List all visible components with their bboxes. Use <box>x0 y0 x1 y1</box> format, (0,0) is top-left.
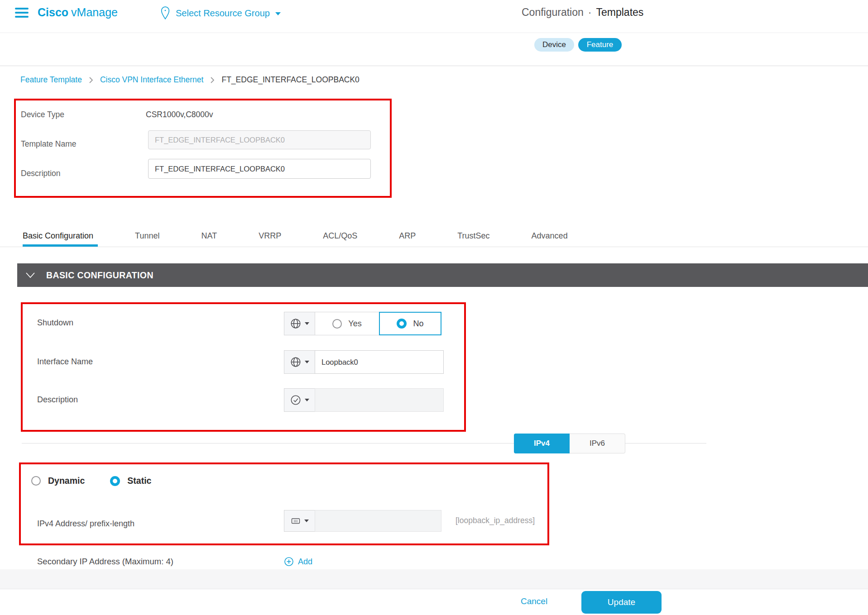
tab-nat[interactable]: NAT <box>201 225 217 247</box>
interface-description-label: Description <box>37 395 78 405</box>
tab-acl-qos[interactable]: ACL/QoS <box>323 225 357 247</box>
title-separator: · <box>588 6 592 19</box>
annotation-box-ipv4 <box>19 462 549 545</box>
chevron-down-icon <box>275 12 281 15</box>
caret-down-icon <box>305 322 309 325</box>
device-variable-icon <box>290 515 301 526</box>
tab-basic-configuration[interactable]: Basic Configuration <box>23 225 93 247</box>
ipv4-mode-static[interactable]: Static <box>110 476 151 486</box>
template-name-input[interactable] <box>148 130 371 149</box>
ipv4-address-control <box>284 510 441 532</box>
tabs-divider <box>0 247 868 247</box>
tab-trustsec[interactable]: TrustSec <box>457 225 489 247</box>
interface-name-label: Interface Name <box>37 357 93 367</box>
tab-device-pill[interactable]: Device <box>534 38 574 52</box>
header-divider <box>0 33 868 33</box>
plus-circle-icon <box>284 557 294 567</box>
radio-selected-icon <box>397 319 407 329</box>
basic-configuration-section-header[interactable]: BASIC CONFIGURATION <box>17 263 868 287</box>
section-title: BASIC CONFIGURATION <box>46 270 153 281</box>
chevron-right-icon <box>210 77 215 83</box>
vmanage-app: CiscovManage Select Resource Group Confi… <box>0 0 868 615</box>
breadcrumb-feature-template[interactable]: Feature Template <box>20 75 82 85</box>
interface-description-input[interactable] <box>315 388 444 412</box>
dynamic-label: Dynamic <box>48 476 85 486</box>
secondary-ip-label: Secondary IP Address (Maximum: 4) <box>37 557 173 567</box>
caret-down-icon <box>305 361 309 363</box>
breadcrumb: Feature Template Cisco VPN Interface Eth… <box>20 75 360 85</box>
page-title: Configuration · Templates <box>522 6 643 19</box>
device-type-value: CSR1000v,C8000v <box>146 110 213 119</box>
footer-separator-band <box>0 569 868 589</box>
interface-name-control <box>284 350 444 374</box>
update-button[interactable]: Update <box>581 591 662 614</box>
ipv4-address-scope-dropdown[interactable] <box>284 510 315 532</box>
tab-ipv4[interactable]: IPv4 <box>514 434 570 453</box>
subheader-divider <box>0 66 868 66</box>
template-description-input[interactable] <box>148 159 371 179</box>
collapse-chevron-icon <box>25 272 35 278</box>
add-label: Add <box>298 557 312 567</box>
ip-version-toggle: IPv4 IPv6 <box>514 434 625 453</box>
tab-arp[interactable]: ARP <box>399 225 416 247</box>
shutdown-control: Yes No <box>284 312 441 335</box>
shutdown-option-yes[interactable]: Yes <box>315 312 379 335</box>
ipv4-mode-dynamic[interactable]: Dynamic <box>31 476 85 486</box>
ipv4-address-label: IPv4 Address/ prefix-length <box>37 519 134 529</box>
breadcrumb-current-template: FT_EDGE_INTERFACE_LOOPBACK0 <box>221 75 359 85</box>
interface-name-input[interactable] <box>315 350 444 374</box>
device-type-label: Device Type <box>21 110 64 119</box>
interface-name-scope-dropdown[interactable] <box>284 350 315 374</box>
description-label: Description <box>21 169 61 178</box>
radio-selected-icon <box>110 476 120 486</box>
radio-unselected-icon <box>332 319 342 329</box>
tab-ipv6[interactable]: IPv6 <box>570 434 625 453</box>
brand-vmanage: vManage <box>71 6 118 19</box>
static-label: Static <box>127 476 151 486</box>
shutdown-scope-dropdown[interactable] <box>284 312 315 335</box>
feature-tabs: Basic Configuration Tunnel NAT VRRP ACL/… <box>23 225 568 247</box>
ipv4-mode-radios: Dynamic Static <box>31 476 151 486</box>
globe-icon <box>290 318 302 329</box>
tab-feature-pill[interactable]: Feature <box>578 38 622 52</box>
location-pin-icon <box>159 6 171 20</box>
menu-hamburger-icon[interactable] <box>15 8 29 20</box>
add-secondary-ip-button[interactable]: Add <box>284 557 312 567</box>
ipv4-address-variable-hint: [loopback_ip_address] <box>456 516 535 525</box>
check-circle-icon <box>290 394 302 406</box>
caret-down-icon <box>305 399 309 401</box>
tab-advanced[interactable]: Advanced <box>532 225 568 247</box>
tab-vrrp[interactable]: VRRP <box>259 225 281 247</box>
globe-icon <box>290 356 302 368</box>
breadcrumb-vpn-interface-ethernet[interactable]: Cisco VPN Interface Ethernet <box>100 75 204 85</box>
ipv4-address-input[interactable] <box>315 510 441 532</box>
template-name-label: Template Name <box>21 139 77 149</box>
shutdown-label: Shutdown <box>37 318 73 328</box>
resource-group-selector[interactable]: Select Resource Group <box>159 6 281 20</box>
brand-cisco: Cisco <box>38 6 68 19</box>
tab-tunnel[interactable]: Tunnel <box>135 225 159 247</box>
shutdown-option-no[interactable]: No <box>379 312 441 335</box>
radio-unselected-icon <box>31 476 41 486</box>
shutdown-no-label: No <box>413 319 423 329</box>
caret-down-icon <box>304 520 309 522</box>
cisco-vmanage-logo[interactable]: CiscovManage <box>38 6 118 19</box>
chevron-right-icon <box>88 77 94 83</box>
shutdown-yes-label: Yes <box>348 319 361 329</box>
interface-description-control <box>284 388 444 412</box>
resource-group-label: Select Resource Group <box>176 8 270 19</box>
cancel-button[interactable]: Cancel <box>521 596 547 606</box>
title-section: Configuration <box>522 6 584 19</box>
title-current: Templates <box>596 6 643 19</box>
description-scope-dropdown[interactable] <box>284 388 315 412</box>
